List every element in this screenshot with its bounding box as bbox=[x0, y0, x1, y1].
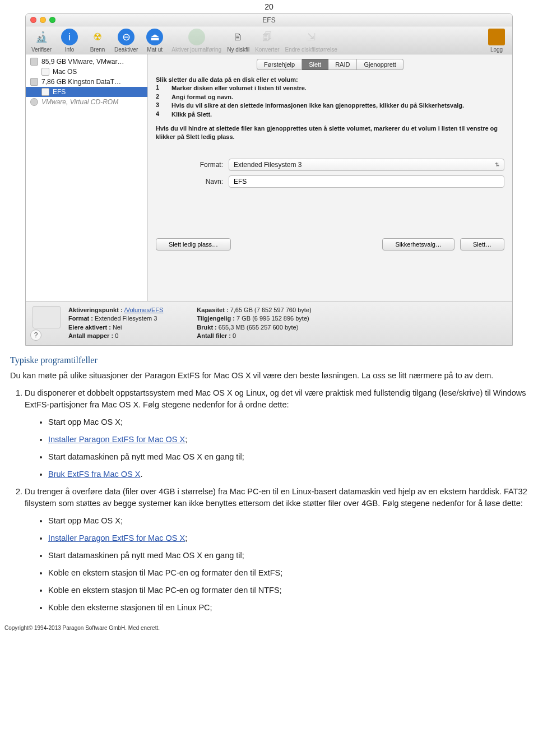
lbl: Aktiveringspunkt : bbox=[68, 307, 123, 313]
install-link[interactable]: Installer Paragon ExtFS for Mac OS X bbox=[48, 435, 185, 444]
eject-icon: ⏏ bbox=[146, 29, 163, 45]
suffix: . bbox=[140, 470, 142, 479]
tab-raid[interactable]: RAID bbox=[328, 59, 357, 70]
disk-icon bbox=[30, 58, 38, 66]
lbl: Brukt : bbox=[197, 324, 216, 331]
toolbar-label: Endre diskfilstørrelse bbox=[285, 47, 337, 53]
disk-sidebar: 85,9 GB VMware, VMwar… Mac OS 7,86 GB Ki… bbox=[26, 54, 148, 301]
install-link[interactable]: Installer Paragon ExtFS for Mac OS X bbox=[48, 534, 185, 542]
convert-icon: 🗐 bbox=[259, 29, 276, 45]
toolbar-verifiser[interactable]: 🔬 Verifiser bbox=[30, 29, 53, 53]
chevron-updown-icon: ⇅ bbox=[495, 161, 499, 168]
tab-gjenopprett[interactable]: Gjenopprett bbox=[357, 59, 403, 70]
format-label: Format: bbox=[156, 161, 229, 169]
toolbar-label: Info bbox=[65, 47, 75, 53]
val: Nei bbox=[113, 324, 122, 331]
bullet: Start opp Mac OS X; bbox=[48, 515, 528, 527]
step-num: 3 bbox=[156, 101, 161, 110]
val: 655,3 MB (655 257 600 byte) bbox=[219, 324, 298, 331]
name-label: Navn: bbox=[156, 178, 229, 185]
slett-button[interactable]: Slett… bbox=[460, 238, 504, 251]
title-bar: EFS bbox=[26, 14, 512, 26]
lbl: Kapasitet : bbox=[197, 307, 228, 313]
sidebar-vol-macos[interactable]: Mac OS bbox=[26, 67, 147, 77]
format-select[interactable]: Extended Filesystem 3 ⇅ bbox=[229, 159, 504, 171]
list-item: Du trenger å overføre data (filer over 4… bbox=[25, 486, 528, 614]
section-heading: Typiske programtilfeller bbox=[10, 354, 528, 367]
bullet: Koble en ekstern stasjon til Mac PC-en o… bbox=[48, 567, 528, 579]
info-strip: Aktiveringspunkt : /Volumes/EFS Format :… bbox=[26, 301, 512, 345]
toolbar-label: Brenn bbox=[90, 47, 105, 53]
info-icon: i bbox=[61, 29, 78, 45]
instructions-note: Hvis du vil hindre at slettede filer kan… bbox=[156, 124, 504, 142]
step-text: Hvis du vil sikre at den slettede inform… bbox=[171, 101, 464, 110]
list-item: Du disponerer et dobbelt oppstartssystem… bbox=[25, 387, 528, 480]
copyright: Copyright© 1994-2013 Paragon Software Gm… bbox=[0, 619, 538, 631]
li-text: Du disponerer et dobbelt oppstartssystem… bbox=[25, 388, 526, 409]
disk-utility-window: EFS 🔬 Verifiser i Info ☢ Brenn ⊖ Deaktiv… bbox=[25, 13, 513, 346]
step-text: Klikk på Slett. bbox=[171, 110, 212, 119]
window-title: EFS bbox=[26, 16, 512, 24]
format-value: Extended Filesystem 3 bbox=[234, 161, 302, 169]
toolbar-resize: ⇲ Endre diskfilstørrelse bbox=[285, 29, 337, 53]
step-num: 2 bbox=[156, 93, 161, 101]
sidebar-vol-efs[interactable]: EFS bbox=[26, 87, 147, 97]
step-num: 4 bbox=[156, 110, 161, 119]
sidebar-label: 7,86 GB Kingston DataT… bbox=[41, 78, 121, 86]
sidebar-label: 85,9 GB VMware, VMwar… bbox=[41, 58, 124, 66]
resize-icon: ⇲ bbox=[303, 29, 319, 45]
name-input[interactable] bbox=[229, 175, 504, 188]
bullet: Start datamaskinen på nytt med Mac OS X … bbox=[48, 451, 528, 463]
sidebar-disk-vmware[interactable]: 85,9 GB VMware, VMwar… bbox=[26, 57, 147, 67]
volume-large-icon bbox=[33, 306, 61, 328]
tab-forstehjelp[interactable]: Førstehjelp bbox=[257, 59, 302, 70]
bullet: Bruk ExtFS fra Mac OS X. bbox=[48, 469, 528, 480]
microscope-icon: 🔬 bbox=[33, 29, 50, 45]
page-number: 20 bbox=[0, 0, 538, 13]
toolbar-logg[interactable]: Logg bbox=[485, 29, 508, 53]
burn-icon: ☢ bbox=[89, 29, 106, 45]
tab-group: Førstehjelp Slett RAID Gjenopprett bbox=[156, 59, 504, 70]
intro-paragraph: Du kan møte på ulike situasjoner der Par… bbox=[10, 370, 528, 382]
toolbar-nydiskfil[interactable]: 🗎 Ny diskfil bbox=[227, 29, 249, 53]
lbl: Antall mapper : bbox=[68, 332, 113, 339]
tab-slett[interactable]: Slett bbox=[302, 59, 328, 70]
li-text: Du trenger å overføre data (filer over 4… bbox=[25, 487, 527, 508]
step-text: Angi format og navn. bbox=[171, 93, 233, 101]
val: 7 GB (6 995 152 896 byte) bbox=[236, 315, 309, 322]
help-button[interactable]: ? bbox=[30, 330, 41, 341]
slett-ledig-button[interactable]: Slett ledig plass… bbox=[156, 238, 231, 251]
toolbar-info[interactable]: i Info bbox=[58, 29, 81, 53]
bullet: Installer Paragon ExtFS for Mac OS X; bbox=[48, 434, 528, 446]
new-image-icon: 🗎 bbox=[230, 29, 247, 45]
lbl: Format : bbox=[68, 315, 93, 322]
bullet: Start opp Mac OS X; bbox=[48, 416, 528, 428]
log-icon bbox=[488, 29, 505, 45]
toolbar-brenn[interactable]: ☢ Brenn bbox=[86, 29, 109, 53]
step-num: 1 bbox=[156, 84, 161, 92]
suffix: ; bbox=[185, 534, 187, 542]
bullet: Koble en ekstern stasjon til Mac PC-en o… bbox=[48, 585, 528, 596]
use-link[interactable]: Bruk ExtFS fra Mac OS X bbox=[48, 470, 140, 479]
mountpoint-link[interactable]: /Volumes/EFS bbox=[124, 307, 164, 313]
toolbar-label: Logg bbox=[490, 47, 503, 53]
toolbar-konverter: 🗐 Konverter bbox=[255, 29, 279, 53]
val: 0 bbox=[115, 332, 118, 339]
toolbar-aktiver-journal: Aktiver journalføring bbox=[171, 29, 221, 53]
toolbar: 🔬 Verifiser i Info ☢ Brenn ⊖ Deaktiver ⏏… bbox=[26, 26, 512, 54]
lbl: Tilgjengelig : bbox=[197, 315, 235, 322]
sikkerhetsvalg-button[interactable]: Sikkerhetsvalg… bbox=[382, 238, 454, 251]
sidebar-label: Mac OS bbox=[53, 68, 77, 76]
toolbar-deaktiver[interactable]: ⊖ Deaktiver bbox=[114, 29, 138, 53]
instructions-intro: Slik sletter du alle data på en disk ell… bbox=[156, 76, 504, 84]
bullet: Start datamaskinen på nytt med Mac OS X … bbox=[48, 550, 528, 562]
journal-icon bbox=[188, 29, 205, 45]
toolbar-matut[interactable]: ⏏ Mat ut bbox=[143, 29, 166, 53]
val: 7,65 GB (7 652 597 760 byte) bbox=[230, 307, 312, 313]
bullet: Installer Paragon ExtFS for Mac OS X; bbox=[48, 532, 528, 544]
toolbar-label: Verifiser bbox=[31, 47, 52, 53]
document-body: Typiske programtilfeller Du kan møte på … bbox=[0, 346, 538, 614]
sidebar-disk-kingston[interactable]: 7,86 GB Kingston DataT… bbox=[26, 77, 147, 87]
volume-icon bbox=[41, 88, 49, 96]
sidebar-cd-vmware[interactable]: VMware, Virtual CD-ROM bbox=[26, 97, 147, 107]
